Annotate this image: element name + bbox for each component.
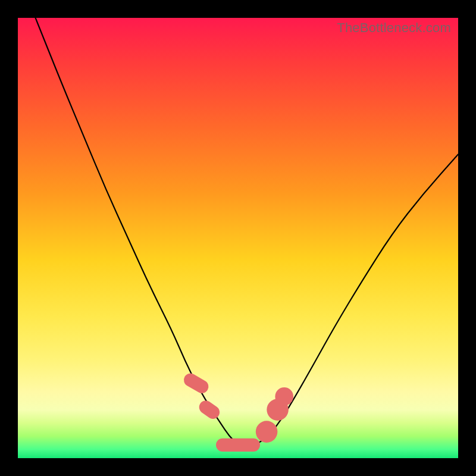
curve-marker-pill xyxy=(181,371,211,395)
bottleneck-curve xyxy=(36,18,458,445)
curve-marker-pill xyxy=(216,439,260,452)
chart-frame: TheBottleneck.com xyxy=(0,0,476,476)
curve-marker-dot xyxy=(275,387,293,406)
curve-marker-dot xyxy=(256,421,278,443)
chart-svg xyxy=(18,18,458,458)
plot-area: TheBottleneck.com xyxy=(18,18,458,458)
curve-markers xyxy=(181,371,293,451)
curve-marker-pill xyxy=(196,398,222,421)
